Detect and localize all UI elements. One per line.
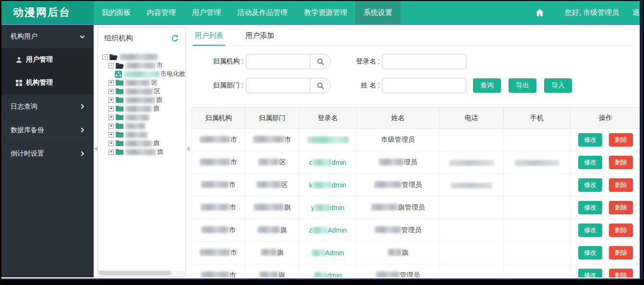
delete-button[interactable]: 删除 <box>609 178 633 192</box>
delete-button[interactable]: 删除 <box>609 156 633 169</box>
expand-icon[interactable]: + <box>109 89 114 94</box>
nav-item-2[interactable]: 用户管理 <box>184 1 229 24</box>
tree-node-9[interactable]: + <box>102 130 185 139</box>
delete-button[interactable]: 删除 <box>609 223 633 237</box>
tree-node-7[interactable]: + <box>102 113 185 122</box>
expand-icon[interactable]: + <box>109 98 114 103</box>
delete-button[interactable]: 删除 <box>609 269 633 277</box>
expand-icon[interactable]: + <box>109 80 114 86</box>
tree-node-5[interactable]: +旗 <box>102 96 185 104</box>
expand-icon[interactable]: + <box>109 115 114 120</box>
tree-node-3[interactable]: +区 <box>102 78 185 87</box>
login-link[interactable]: dmin <box>314 272 341 277</box>
nav-item-0[interactable]: 我的面板 <box>94 1 139 24</box>
redacted-text <box>257 226 280 233</box>
search-icon[interactable] <box>310 54 331 69</box>
nav-item-4[interactable]: 教学资源管理 <box>296 1 355 24</box>
sidebar-item-label: 日志查询 <box>11 102 37 111</box>
name-text: 市级管理员 <box>381 136 415 143</box>
login-link[interactable]: kdmin <box>309 181 346 189</box>
tree-node-1[interactable]: -市 <box>102 61 185 70</box>
login-text: dmin <box>330 204 344 211</box>
export-button[interactable]: 导出 <box>509 78 536 93</box>
tree-hscrollbar-thumb[interactable] <box>98 271 171 275</box>
collapse-icon[interactable]: - <box>102 54 108 60</box>
org-search-input[interactable] <box>246 54 310 69</box>
sidebar-subitem-0[interactable]: 用户管理 <box>1 48 94 71</box>
login-link[interactable]: ydmin <box>311 204 344 211</box>
edit-button[interactable]: 修改 <box>578 178 602 192</box>
sidebar-item-0[interactable]: 机构用户 <box>1 25 94 48</box>
content-area: 用户列表用户添加 归属机构 : 登录名 : 归属部门 : <box>186 25 640 277</box>
actions-cell: 修改删除 <box>571 219 640 242</box>
filter-form: 归属机构 : 登录名 : 归属部门 : 姓 名 : <box>192 54 640 93</box>
home-icon[interactable] <box>536 9 544 16</box>
sidebar-item-2[interactable]: 数据库备份 <box>1 118 94 141</box>
delete-button[interactable]: 删除 <box>609 246 633 260</box>
collapse-icon[interactable]: - <box>109 63 114 68</box>
nav-item-5[interactable]: 系统设置 <box>355 1 401 24</box>
dept-search-group <box>246 78 331 93</box>
org-text: 市 <box>231 248 237 256</box>
collapse-arrow-icon[interactable] <box>94 146 97 151</box>
tree-node-6[interactable]: +旗 <box>102 104 185 113</box>
tree-node-8[interactable]: + <box>102 122 185 130</box>
expand-icon[interactable]: + <box>109 141 114 146</box>
dept-cell: 市 <box>245 129 299 151</box>
edit-button[interactable]: 修改 <box>578 246 602 260</box>
login-input[interactable] <box>382 54 466 69</box>
tree-node-2[interactable]: 市电化教 <box>102 70 185 78</box>
dept-cell: 区 <box>245 174 299 197</box>
collapse-arrow-icon[interactable] <box>186 146 190 151</box>
login-cell <box>299 129 357 151</box>
expand-icon[interactable]: + <box>109 132 114 137</box>
login-link[interactable]: zAdmin <box>309 226 347 234</box>
expand-icon[interactable]: + <box>109 149 114 155</box>
login-link[interactable]: Admin <box>312 249 344 257</box>
tree-node-10[interactable]: +旗 <box>102 139 185 148</box>
refresh-icon[interactable] <box>171 35 179 42</box>
edit-button[interactable]: 修改 <box>578 133 602 147</box>
sidebar-item-3[interactable]: 倒计时设置 <box>1 142 94 165</box>
delete-button[interactable]: 删除 <box>609 133 633 147</box>
edit-button[interactable]: 修改 <box>578 269 602 277</box>
tree-node-11[interactable]: +旗 <box>102 148 185 156</box>
name-cell: 管理员 <box>357 264 439 278</box>
org-cell: 市 <box>192 129 245 151</box>
edit-button[interactable]: 修改 <box>578 156 602 169</box>
name-cell: 管理员 <box>357 174 439 197</box>
redacted-text <box>451 183 492 188</box>
logout-link[interactable]: 退 <box>632 8 640 17</box>
dept-text: 旗 <box>280 226 287 234</box>
nav-item-3[interactable]: 活动及作品管理 <box>229 1 296 24</box>
org-cell: 市 <box>192 151 245 174</box>
delete-button[interactable]: 删除 <box>609 201 633 214</box>
login-text: dmin <box>332 181 346 189</box>
edit-button[interactable]: 修改 <box>578 223 602 237</box>
col-header-0: 归属机构 <box>192 108 245 129</box>
redacted-text <box>307 136 349 143</box>
login-link[interactable] <box>307 136 349 144</box>
nav-item-1[interactable]: 内容管理 <box>139 1 184 24</box>
name-input[interactable] <box>382 78 466 93</box>
expand-icon[interactable]: + <box>109 124 114 129</box>
sidebar-subitem-1[interactable]: 机构管理 <box>1 71 94 94</box>
sidebar-subitem-label: 用户管理 <box>26 55 53 64</box>
tab-user-add[interactable]: 用户添加 <box>243 27 276 46</box>
sidebar-item-1[interactable]: 日志查询 <box>1 95 94 118</box>
query-button[interactable]: 查询 <box>473 78 501 93</box>
edit-button[interactable]: 修改 <box>578 201 602 214</box>
import-button[interactable]: 导入 <box>544 78 572 93</box>
dept-search-input[interactable] <box>246 78 310 93</box>
redacted-text <box>125 88 153 95</box>
tree-node-0[interactable]: - <box>102 52 185 61</box>
folder-icon <box>116 97 123 103</box>
tab-user-list[interactable]: 用户列表 <box>193 27 225 46</box>
tree-node-4[interactable]: +区 <box>102 87 185 96</box>
expand-icon[interactable]: + <box>109 106 114 112</box>
table-row: 市旗ydmin旗管理员修改删除 <box>192 197 640 219</box>
dept-cell: 旗 <box>245 219 299 242</box>
tree-hscrollbar[interactable] <box>98 271 185 275</box>
login-link[interactable]: cdmin <box>309 159 346 166</box>
search-icon[interactable] <box>310 78 331 93</box>
